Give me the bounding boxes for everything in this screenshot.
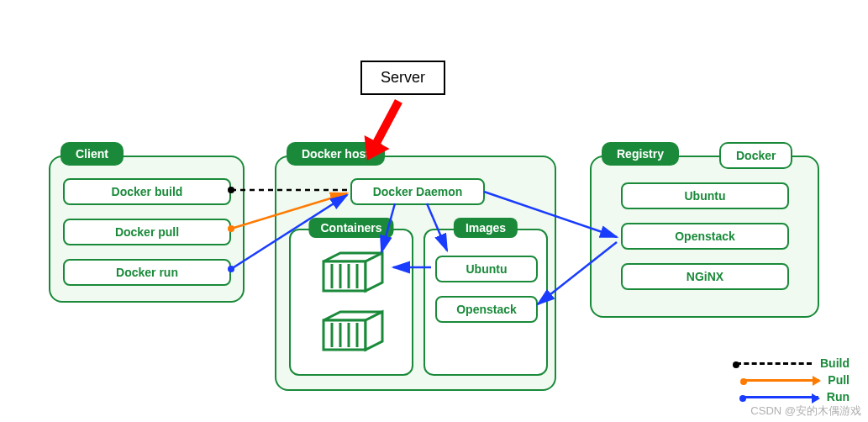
- host-title: Docker host: [287, 142, 385, 166]
- client-cmd-pull: Docker pull: [63, 219, 231, 245]
- client-cmd-build: Docker build: [63, 178, 231, 205]
- images-panel: Images Ubuntu Openstack: [423, 229, 548, 376]
- containers-panel: Containers: [289, 229, 413, 376]
- containers-title: Containers: [308, 218, 393, 238]
- legend: Build Pull Run: [736, 353, 850, 407]
- legend-pull: Pull: [736, 373, 850, 387]
- docker-daemon: Docker Daemon: [350, 178, 485, 205]
- registry-title: Registry: [602, 142, 679, 166]
- registry-panel: Registry Docker Ubuntu Openstack NGiNX: [590, 156, 819, 318]
- client-panel: Client Docker build Docker pull Docker r…: [49, 156, 245, 303]
- registry-subtitle: Docker: [719, 142, 792, 169]
- watermark: CSDN @安的木偶游戏: [750, 404, 861, 419]
- registry-item-openstack: Openstack: [621, 223, 789, 250]
- registry-item-ubuntu: Ubuntu: [621, 182, 789, 209]
- host-panel: Docker host Docker Daemon Containers: [275, 156, 556, 391]
- client-title: Client: [60, 142, 124, 166]
- image-ubuntu: Ubuntu: [435, 256, 538, 282]
- container-icon: [319, 308, 387, 354]
- image-openstack: Openstack: [435, 296, 538, 323]
- legend-build: Build: [736, 356, 850, 370]
- images-title: Images: [454, 218, 518, 238]
- registry-item-nginx: NGiNX: [621, 263, 789, 290]
- legend-run-label: Run: [827, 390, 850, 404]
- legend-pull-label: Pull: [828, 373, 850, 387]
- legend-build-label: Build: [820, 356, 850, 370]
- legend-run: Run: [736, 390, 850, 404]
- client-cmd-run: Docker run: [63, 259, 231, 286]
- server-annotation: Server: [360, 61, 445, 95]
- container-icon: [319, 249, 387, 295]
